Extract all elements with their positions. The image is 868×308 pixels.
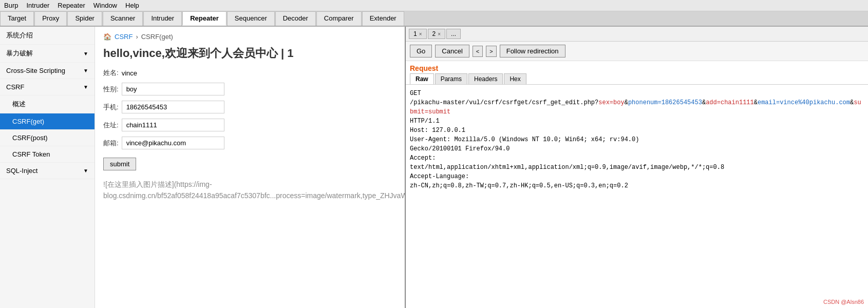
request-line-8: text/html,application/xhtml+xml,applicat… [410, 163, 864, 172]
request-line-1: GET [410, 89, 864, 98]
input-phone[interactable] [122, 101, 224, 113]
request-label: Request [406, 61, 868, 73]
label-address: 住址: [103, 121, 119, 130]
page-title: hello,vince,欢迎来到个人会员中心 | 1 [103, 46, 397, 61]
req-tab-hex[interactable]: Hex [504, 73, 526, 84]
chevron-down-icon: ▼ [83, 51, 88, 56]
repeater-tab-more[interactable]: ... [446, 29, 461, 39]
tab-comparer[interactable]: Comparer [316, 11, 362, 26]
tab-extender[interactable]: Extender [362, 11, 404, 26]
go-button[interactable]: Go [410, 45, 432, 57]
sidebar-item-csrf-token[interactable]: CSRF Token [0, 146, 95, 163]
sidebar-item-sql-inject[interactable]: SQL-Inject ▼ [0, 163, 95, 179]
tab-spider[interactable]: Spider [67, 11, 102, 26]
request-line-6: Gecko/20100101 Firefox/94.0 [410, 144, 864, 153]
form-row-address: 住址: [103, 119, 397, 131]
req-tab-params[interactable]: Params [435, 73, 467, 84]
request-body[interactable]: GET /pikachu-master/vul/csrf/csrfget/csr… [406, 85, 868, 308]
request-line-9: Accept-Language: [410, 172, 864, 181]
request-line-5: User-Agent: Mozilla/5.0 (Windows NT 10.0… [410, 135, 864, 144]
repeater-tab-2[interactable]: 2 × [428, 29, 446, 39]
tab-target[interactable]: Target [0, 11, 34, 26]
tab-scanner[interactable]: Scanner [103, 11, 143, 26]
label-phone: 手机: [103, 103, 119, 112]
request-line-7: Accept: [410, 153, 864, 163]
menu-repeater[interactable]: Repeater [58, 2, 85, 9]
sidebar-item-csrf-post[interactable]: CSRF(post) [0, 130, 95, 146]
repeater-tab-1[interactable]: 1 × [409, 29, 427, 39]
tab-proxy[interactable]: Proxy [34, 11, 67, 26]
right-panel: 1 × 2 × ... Go Cancel < > Follow redirec… [406, 27, 868, 308]
value-name: vince [122, 69, 137, 77]
form-row-name: 姓名: vince [103, 68, 397, 78]
request-line-4: Host: 127.0.0.1 [410, 126, 864, 135]
input-email[interactable] [122, 137, 224, 149]
label-email: 邮箱: [103, 139, 119, 148]
menu-window[interactable]: Window [93, 2, 117, 9]
submit-row: submit [103, 155, 397, 170]
menu-bar: Burp Intruder Repeater Window Help [0, 0, 868, 11]
content-area: 🏠 CSRF › CSRF(get) hello,vince,欢迎来到个人会员中… [95, 27, 405, 308]
menu-burp[interactable]: Burp [4, 2, 18, 9]
left-panel: 系统介绍 暴力破解 ▼ Cross-Site Scripting ▼ CSRF … [0, 27, 406, 308]
tab-intruder[interactable]: Intruder [143, 11, 182, 26]
breadcrumb-sep: › [136, 33, 138, 41]
menu-intruder[interactable]: Intruder [26, 2, 49, 9]
form-row-phone: 手机: [103, 101, 397, 113]
menu-help[interactable]: Help [125, 2, 139, 9]
tab-decoder[interactable]: Decoder [275, 11, 316, 26]
chevron-down-icon: ▼ [83, 68, 88, 73]
label-name: 姓名: [103, 68, 119, 78]
close-icon[interactable]: × [419, 31, 422, 37]
chevron-down-icon: ▼ [83, 168, 88, 174]
close-icon[interactable]: × [438, 31, 441, 37]
sidebar-item-csrf[interactable]: CSRF ▼ [0, 79, 95, 95]
watermark-text: ![在这里插入图片描述](https://img-blog.csdnimg.cn… [103, 179, 397, 202]
submit-button[interactable]: submit [103, 158, 136, 170]
follow-redirection-button[interactable]: Follow redirection [500, 45, 565, 57]
input-gender[interactable] [122, 83, 224, 95]
tab-sequencer[interactable]: Sequencer [227, 11, 275, 26]
breadcrumb-current: CSRF(get) [141, 33, 173, 41]
label-gender: 性别: [103, 85, 119, 94]
req-tab-raw[interactable]: Raw [410, 73, 434, 84]
request-subtabs: Raw Params Headers Hex [406, 73, 868, 85]
form-row-gender: 性别: [103, 83, 397, 95]
sidebar-item-overview[interactable]: 概述 [0, 95, 95, 113]
req-tab-headers[interactable]: Headers [468, 73, 503, 84]
csdn-watermark: CSDN @Alsn86 [823, 299, 864, 305]
nav-back-button[interactable]: < [473, 46, 483, 57]
tab-repeater[interactable]: Repeater [182, 11, 227, 26]
sidebar-item-bruteforce[interactable]: 暴力破解 ▼ [0, 45, 95, 63]
action-bar: Go Cancel < > Follow redirection [406, 42, 868, 61]
sidebar-item-xss[interactable]: Cross-Site Scripting ▼ [0, 63, 95, 79]
main-layout: 系统介绍 暴力破解 ▼ Cross-Site Scripting ▼ CSRF … [0, 27, 868, 308]
chevron-down-icon: ▼ [83, 84, 88, 90]
repeater-tabs: 1 × 2 × ... [406, 27, 868, 42]
input-address[interactable] [122, 119, 224, 131]
request-line-10: zh-CN,zh;q=0.8,zh-TW;q=0.7,zh-HK;q=0.5,e… [410, 181, 864, 190]
home-icon[interactable]: 🏠 [103, 33, 111, 41]
request-section: Request Raw Params Headers Hex GET /pika… [406, 61, 868, 308]
sidebar: 系统介绍 暴力破解 ▼ Cross-Site Scripting ▼ CSRF … [0, 27, 95, 308]
breadcrumb-csrf-link[interactable]: CSRF [115, 33, 133, 41]
tab-bar: Target Proxy Spider Scanner Intruder Rep… [0, 11, 868, 27]
request-line-3: HTTP/1.1 [410, 117, 864, 126]
cancel-button[interactable]: Cancel [435, 45, 469, 57]
request-line-2: /pikachu-master/vul/csrf/csrfget/csrf_ge… [410, 98, 864, 117]
sidebar-item-intro[interactable]: 系统介绍 [0, 27, 95, 45]
sidebar-item-csrf-get[interactable]: CSRF(get) [0, 113, 95, 130]
breadcrumb: 🏠 CSRF › CSRF(get) [103, 33, 397, 41]
nav-fwd-button[interactable]: > [486, 46, 496, 57]
form-row-email: 邮箱: [103, 137, 397, 149]
